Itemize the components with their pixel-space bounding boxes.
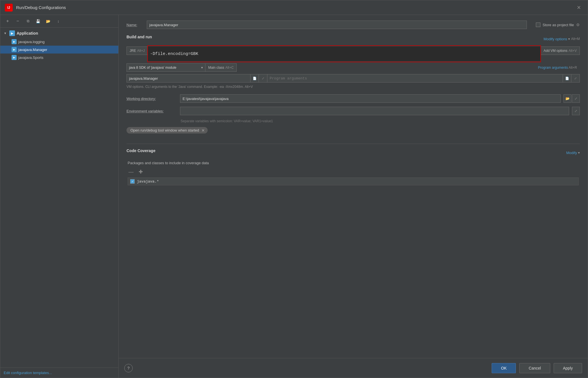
program-args-input[interactable] — [267, 74, 563, 83]
config-item-icon: ▶ — [12, 55, 17, 60]
move-into-button[interactable]: 📂 — [44, 17, 52, 25]
copy-config-button[interactable]: ⧉ — [24, 17, 32, 25]
save-config-button[interactable]: 💾 — [34, 17, 42, 25]
main-content: Name: Store as project file ⚙ Build and … — [119, 15, 588, 358]
bottom-left: ? — [124, 364, 133, 372]
config-item-icon: ▶ — [12, 39, 17, 44]
apply-button[interactable]: Apply — [554, 363, 582, 373]
add-vm-button[interactable]: Add VM options Alt+V — [540, 46, 580, 55]
build-run-section: Build and run Modify options ▾ Alt+M — [127, 35, 580, 89]
build-run-row2: java 8 SDK of 'javajava' module ▾ Main c… — [127, 63, 580, 72]
jre-button[interactable]: JRE Alt+J — [127, 46, 148, 55]
sort-button[interactable]: ↕ — [54, 17, 62, 25]
name-input[interactable] — [147, 21, 527, 29]
coverage-remove-button[interactable]: — — [128, 168, 134, 175]
sidebar-item-manager[interactable]: ▶ javajava.Manager — [0, 46, 118, 54]
coverage-item: ✓ javajava.* — [128, 177, 579, 185]
working-dir-macro-button[interactable]: ⤢ — [572, 94, 580, 103]
dialog-title: Run/Debug Configurations — [16, 5, 574, 10]
vm-options-area — [148, 46, 541, 61]
sdk-select[interactable]: java 8 SDK of 'javajava' module ▾ — [127, 63, 205, 72]
env-vars-buttons: ⤢ — [572, 107, 580, 115]
coverage-toolbar: — ✚ — [127, 168, 580, 175]
expand-arrow-icon: ▼ — [4, 32, 8, 35]
sidebar-group-application[interactable]: ▼ ▶ Application — [0, 29, 118, 38]
sidebar-tree: ▼ ▶ Application ▶ javajava.logging ▶ — [0, 28, 118, 368]
coverage-sub-label: Packages and classes to include in cover… — [127, 161, 580, 165]
title-bar: IJ Run/Debug Configurations ✕ — [0, 0, 588, 15]
cancel-button[interactable]: Cancel — [519, 363, 550, 373]
close-button[interactable]: ✕ — [574, 3, 583, 12]
working-dir-browse-button[interactable]: 📂 — [563, 94, 571, 103]
app-icon: IJ — [5, 4, 13, 12]
build-run-header: Build and run Modify options ▾ Alt+M — [127, 35, 580, 43]
config-item-label: javajava.logging — [18, 40, 45, 44]
env-vars-hint: Separate variables with semicolon: VAR=v… — [127, 119, 580, 123]
main-class-expand-button[interactable]: ⤢ — [259, 74, 267, 83]
sidebar-item-logging[interactable]: ▶ javajava.logging — [0, 38, 118, 46]
run-debug-dialog: IJ Run/Debug Configurations ✕ + − ⧉ 💾 — [0, 0, 588, 378]
bottom-bar: ? OK Cancel Apply — [119, 358, 588, 378]
env-vars-label: Environment variables: — [127, 109, 177, 113]
sidebar: + − ⧉ 💾 📂 ↕ — [0, 15, 119, 378]
modify-options-link[interactable]: Modify options ▾ Alt+M — [543, 37, 580, 41]
ok-button[interactable]: OK — [492, 363, 516, 373]
config-item-icon: ▶ — [12, 47, 17, 52]
coverage-section: Code Coverage Modify ▾ Packages and clas… — [127, 144, 580, 185]
add-config-button[interactable]: + — [4, 17, 12, 25]
working-dir-buttons: 📂 ⤢ — [563, 94, 580, 103]
gear-icon[interactable]: ⚙ — [576, 23, 580, 27]
build-run-title: Build and run — [127, 35, 152, 39]
tag-chip-close-button[interactable]: ✕ — [201, 128, 205, 132]
program-args-browse-button[interactable]: 📄 — [563, 74, 571, 83]
working-dir-row: Working directory: 📂 ⤢ — [127, 94, 580, 103]
coverage-item-checkbox[interactable]: ✓ — [130, 179, 135, 184]
coverage-header: Code Coverage Modify ▾ — [127, 148, 580, 157]
remove-config-button[interactable]: − — [14, 17, 22, 25]
store-project-checkbox[interactable] — [536, 23, 540, 27]
env-vars-row: Environment variables: ⤢ — [127, 107, 580, 115]
coverage-item-label: javajava.* — [137, 179, 159, 184]
program-args-shortcut-label: Program arguments Alt+R — [535, 65, 580, 71]
main-class-label: Main class Alt+C — [205, 63, 237, 72]
name-row: Name: Store as project file ⚙ — [127, 21, 580, 29]
sidebar-group-label: Application — [17, 31, 38, 35]
store-project-row: Store as project file ⚙ — [536, 23, 580, 27]
sidebar-item-sports[interactable]: ▶ javajava.Sports — [0, 54, 118, 61]
program-args-expand-button[interactable]: ⤢ — [571, 74, 580, 83]
coverage-title: Code Coverage — [127, 148, 156, 153]
config-item-label: javajava.Sports — [18, 55, 43, 60]
main-class-browse-button[interactable]: 📄 — [250, 74, 259, 83]
vm-options-input[interactable] — [148, 46, 541, 61]
sidebar-footer: Edit configuration templates... — [0, 368, 118, 378]
working-dir-input[interactable] — [180, 94, 561, 103]
vm-options-hint: VM options. CLI arguments to the 'Java' … — [127, 85, 580, 89]
working-dir-label: Working directory: — [127, 97, 177, 101]
sidebar-toolbar: + − ⧉ 💾 📂 ↕ — [0, 15, 118, 28]
store-project-label: Store as project file — [543, 23, 574, 27]
config-item-label: javajava.Manager — [18, 48, 47, 52]
help-button[interactable]: ? — [124, 364, 133, 372]
application-group-icon: ▶ — [9, 30, 15, 36]
build-run-row1: JRE Alt+J Add VM options Alt+V — [127, 46, 580, 61]
edit-templates-link[interactable]: Edit configuration templates... — [4, 371, 52, 375]
name-label: Name: — [127, 23, 143, 27]
coverage-modify-link[interactable]: Modify ▾ — [566, 151, 580, 155]
main-class-input[interactable] — [127, 74, 250, 83]
env-vars-input[interactable] — [180, 107, 569, 115]
coverage-add-button[interactable]: ✚ — [137, 168, 144, 175]
env-vars-browse-button[interactable]: ⤢ — [572, 107, 580, 115]
build-run-row3: 📄 ⤢ 📄 ⤢ — [127, 74, 580, 83]
bottom-right: OK Cancel Apply — [492, 363, 582, 373]
run-debug-tag-chip: Open run/debug tool window when started … — [127, 127, 208, 134]
main-panel: Name: Store as project file ⚙ Build and … — [119, 15, 588, 378]
